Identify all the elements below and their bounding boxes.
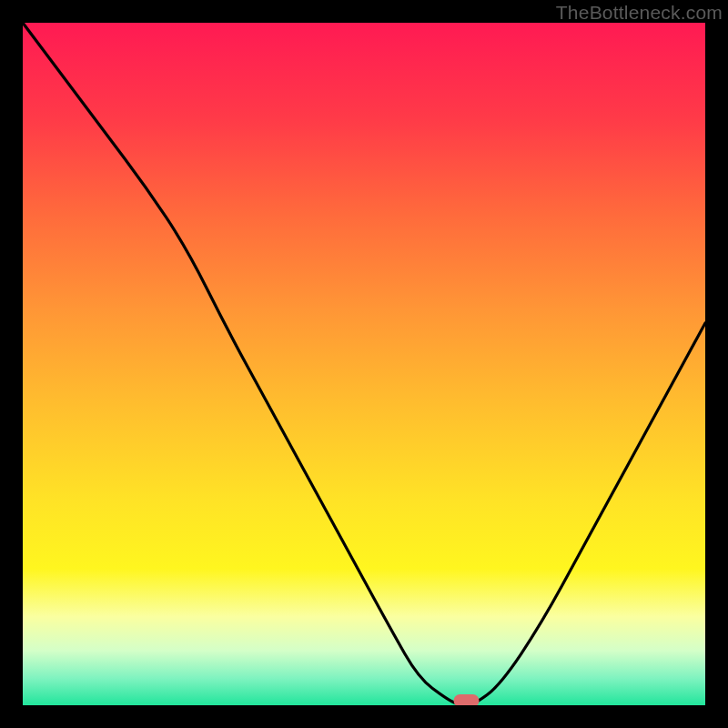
curve-svg <box>23 23 705 705</box>
optimal-marker <box>454 694 480 705</box>
plot-area <box>23 23 705 705</box>
watermark-text: TheBottleneck.com <box>556 2 723 24</box>
bottleneck-curve <box>23 23 705 705</box>
chart-frame: TheBottleneck.com <box>0 0 728 728</box>
